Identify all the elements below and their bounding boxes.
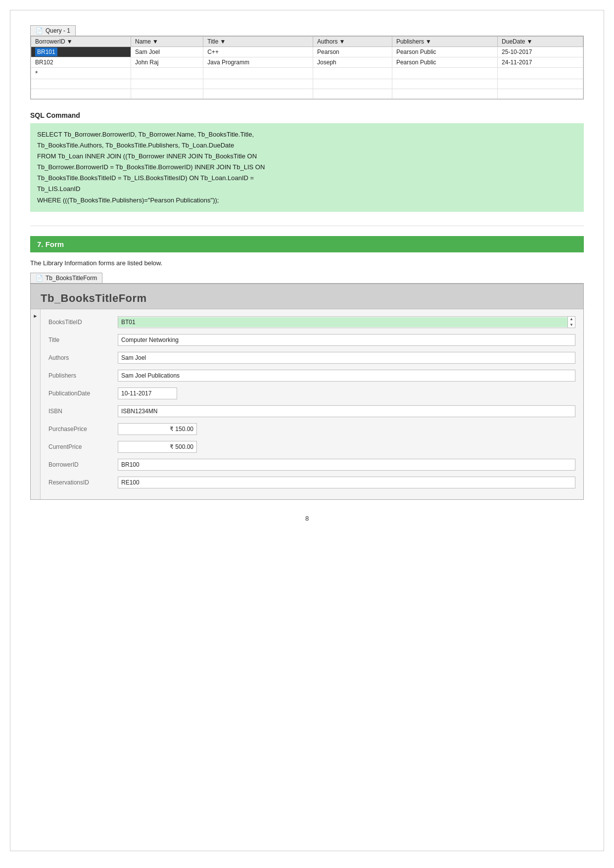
query-tab[interactable]: 📄 Query - 1 <box>30 25 76 36</box>
field-input-currentprice[interactable] <box>118 441 197 453</box>
query-table: BorrowerID ▼ Name ▼ Title ▼ Authors ▼ Pu <box>31 36 583 99</box>
empty-row <box>31 89 583 99</box>
field-input-bookstitleid[interactable]: BT01 ▲ ▼ <box>118 316 575 328</box>
arrow-down[interactable]: ▼ <box>568 322 575 328</box>
new-row-marker: * <box>35 69 38 77</box>
form-wrapper: ► BooksTitleID BT01 ▲ ▼ <box>31 309 583 499</box>
field-row-purchaseprice: PurchasePrice <box>48 422 575 436</box>
empty-cell <box>313 68 392 79</box>
page-number: 8 <box>30 515 584 522</box>
form-section: 7. Form The Library Information forms ar… <box>30 236 584 500</box>
query-tab-label: Query - 1 <box>46 27 70 34</box>
duedate-cell: 25-10-2017 <box>498 47 583 57</box>
empty-cell <box>392 68 497 79</box>
query-header-row: BorrowerID ▼ Name ▼ Title ▼ Authors ▼ Pu <box>31 37 583 47</box>
field-label-bookstitleid: BooksTitleID <box>48 319 118 326</box>
field-label-reservationsid: ReservationsID <box>48 479 118 486</box>
form-left-nav: ► <box>31 309 41 499</box>
authors-cell: Joseph <box>313 57 392 68</box>
sql-line: Tb_BooksTitle.Authors, Tb_BooksTitle.Pub… <box>37 140 577 151</box>
field-row-currentprice: CurrentPrice <box>48 440 575 454</box>
divider <box>30 226 584 226</box>
empty-cell <box>203 68 313 79</box>
field-label-purchaseprice: PurchasePrice <box>48 426 118 433</box>
publishers-cell: Pearson Public <box>392 57 497 68</box>
field-input-borrowerid[interactable] <box>118 459 575 471</box>
form-outer: Tb_BooksTitleForm ► BooksTitleID BT01 ▲ … <box>30 284 584 500</box>
query-tab-icon: 📄 <box>36 27 43 34</box>
form-right-content: BooksTitleID BT01 ▲ ▼ Title <box>41 309 583 499</box>
name-cell: John Raj <box>131 57 203 68</box>
field-input-title[interactable] <box>118 334 575 346</box>
form-tab[interactable]: 📄 Tb_BooksTitleForm <box>30 273 102 283</box>
section-desc: The Library Information forms are listed… <box>30 259 584 267</box>
field-row-authors: Authors <box>48 351 575 365</box>
borrowerid-cell: BR101 <box>35 48 57 56</box>
empty-cell <box>498 68 583 79</box>
field-row-reservationsid: ReservationsID <box>48 476 575 489</box>
duedate-cell: 24-11-2017 <box>498 57 583 68</box>
col-title[interactable]: Title ▼ <box>203 37 313 47</box>
query-table-wrapper: BorrowerID ▼ Name ▼ Title ▼ Authors ▼ Pu <box>30 36 584 99</box>
field-row-title: Title <box>48 333 575 347</box>
col-borrowerid[interactable]: BorrowerID ▼ <box>31 37 131 47</box>
field-input-purchaseprice[interactable] <box>118 423 197 435</box>
field-label-authors: Authors <box>48 354 118 361</box>
sql-box: SELECT Tb_Borrower.BorrowerID, Tb_Borrow… <box>30 123 584 212</box>
field-input-publishers[interactable] <box>118 370 575 382</box>
title-cell: Java Programm <box>203 57 313 68</box>
field-label-borrowerid: BorrowerID <box>48 461 118 468</box>
empty-row <box>31 79 583 89</box>
col-duedate[interactable]: DueDate ▼ <box>498 37 583 47</box>
sql-line: Tb_Borrower.BorrowerID = Tb_BooksTitle.B… <box>37 162 577 173</box>
page-wrapper: 📄 Query - 1 BorrowerID ▼ Name ▼ Title ▼ <box>10 10 604 851</box>
field-input-reservationsid[interactable] <box>118 477 575 488</box>
field-label-isbn: ISBN <box>48 408 118 415</box>
empty-cell <box>131 68 203 79</box>
bt01-arrows[interactable]: ▲ ▼ <box>567 316 575 328</box>
arrow-up[interactable]: ▲ <box>568 316 575 322</box>
field-label-publicationdate: PublicationDate <box>48 390 118 397</box>
record-nav-arrow[interactable]: ► <box>33 313 38 319</box>
field-input-authors[interactable] <box>118 352 575 364</box>
table-row[interactable]: BR101 Sam Joel C++ Pearson Pearson Publi… <box>31 47 583 57</box>
table-row[interactable]: BR102 John Raj Java Programm Joseph Pear… <box>31 57 583 68</box>
authors-cell: Pearson <box>313 47 392 57</box>
field-input-publicationdate[interactable] <box>118 387 177 399</box>
field-row-publicationdate: PublicationDate <box>48 386 575 400</box>
form-title-bar: Tb_BooksTitleForm <box>31 284 583 309</box>
bt01-value: BT01 <box>118 317 567 327</box>
sql-line: WHERE (((Tb_BooksTitle.Publishers)="Pear… <box>37 195 577 206</box>
field-input-isbn[interactable] <box>118 405 575 417</box>
col-name[interactable]: Name ▼ <box>131 37 203 47</box>
borrowerid-cell: BR102 <box>31 57 131 68</box>
field-row-isbn: ISBN <box>48 404 575 418</box>
form-tab-label: Tb_BooksTitleForm <box>46 275 97 282</box>
sql-line: Tb_LIS.LoanID <box>37 184 577 194</box>
field-row-borrowerid: BorrowerID <box>48 458 575 472</box>
sql-line: FROM Tb_Loan INNER JOIN ((Tb_Borrower IN… <box>37 151 577 162</box>
field-label-title: Title <box>48 337 118 343</box>
field-row-publishers: Publishers <box>48 369 575 383</box>
sql-line: Tb_BooksTitle.BooksTitleID = Tb_LIS.Book… <box>37 173 577 184</box>
field-label-publishers: Publishers <box>48 372 118 379</box>
col-authors[interactable]: Authors ▼ <box>313 37 392 47</box>
sql-line: SELECT Tb_Borrower.BorrowerID, Tb_Borrow… <box>37 129 577 140</box>
table-new-row[interactable]: * <box>31 68 583 79</box>
query-section: 📄 Query - 1 BorrowerID ▼ Name ▼ Title ▼ <box>30 25 584 99</box>
field-label-currentprice: CurrentPrice <box>48 443 118 450</box>
form-tab-bar: 📄 Tb_BooksTitleForm <box>30 273 584 284</box>
sql-heading: SQL Command <box>30 111 584 119</box>
col-publishers[interactable]: Publishers ▼ <box>392 37 497 47</box>
publishers-cell: Pearson Public <box>392 47 497 57</box>
form-tab-icon: 📄 <box>36 275 43 282</box>
field-row-bookstitleid: BooksTitleID BT01 ▲ ▼ <box>48 315 575 329</box>
sql-section: SQL Command SELECT Tb_Borrower.BorrowerI… <box>30 111 584 212</box>
name-cell: Sam Joel <box>131 47 203 57</box>
section-header: 7. Form <box>30 236 584 252</box>
title-cell: C++ <box>203 47 313 57</box>
